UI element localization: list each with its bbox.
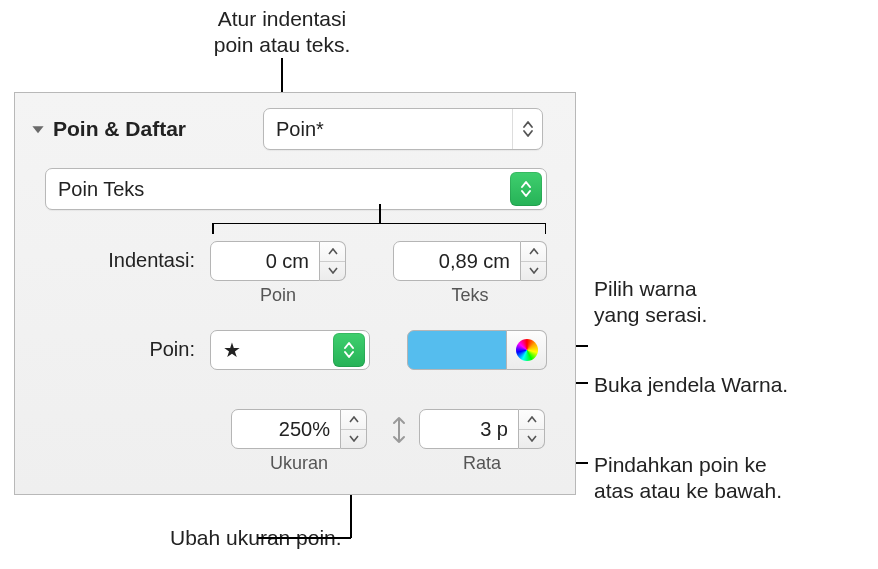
callout-color-window: Buka jendela Warna. [594,372,788,398]
stepper-up-icon[interactable] [320,242,345,262]
bullet-indent-stepper[interactable]: 0 cm [210,241,346,281]
callout-color-line2: yang serasi. [594,302,707,328]
section-title: Poin & Daftar [53,117,186,141]
stepper-up-icon[interactable] [519,410,544,430]
bullets-lists-panel: Poin & Daftar Poin* Poin Teks Indentasi:… [14,92,576,495]
stepper-up-icon[interactable] [341,410,366,430]
list-style-value: Poin* [264,118,512,141]
color-wheel-icon [516,339,538,361]
callout-indent-line1: Atur indentasi [172,6,392,32]
callout-indent-line2: poin atau teks. [172,32,392,58]
indent-bracket [212,223,546,239]
text-indent-sublabel: Teks [393,285,547,306]
stepper-buttons[interactable] [521,241,547,281]
bullet-type-value: Poin Teks [46,178,510,201]
callout-move: Pindahkan poin ke atas atau ke bawah. [594,452,782,505]
bullet-color-swatch[interactable] [407,330,507,370]
bullet-character-popup[interactable]: ★ [210,330,370,370]
align-field[interactable]: 3 p [419,409,519,449]
stepper-buttons[interactable] [341,409,367,449]
vertical-align-icon [385,411,413,449]
size-sublabel: Ukuran [231,453,367,474]
bullet-character-value: ★ [211,338,333,362]
bullet-type-popup[interactable]: Poin Teks [45,168,547,210]
leader-line [258,537,351,539]
callout-indent: Atur indentasi poin atau teks. [172,6,392,59]
list-style-popup[interactable]: Poin* [263,108,543,150]
disclosure-triangle-icon[interactable] [31,122,45,136]
section-header[interactable]: Poin & Daftar [31,117,186,141]
text-indent-stepper[interactable]: 0,89 cm [393,241,547,281]
popup-button-icon [510,172,542,206]
callout-move-line1: Pindahkan poin ke [594,452,782,478]
size-stepper[interactable]: 250% [231,409,367,449]
stepper-up-icon[interactable] [521,242,546,262]
stepper-down-icon[interactable] [519,430,544,449]
stepper-down-icon[interactable] [320,262,345,281]
bullet-label: Poin: [115,338,195,361]
align-stepper[interactable]: 3 p [419,409,545,449]
stepper-down-icon[interactable] [521,262,546,281]
bullet-indent-field[interactable]: 0 cm [210,241,320,281]
callout-color: Pilih warna yang serasi. [594,276,707,329]
stepper-buttons[interactable] [519,409,545,449]
align-sublabel: Rata [419,453,545,474]
size-field[interactable]: 250% [231,409,341,449]
bullet-indent-sublabel: Poin [210,285,346,306]
updown-arrows-icon [512,109,542,149]
popup-button-icon [333,333,365,367]
callout-color-line1: Pilih warna [594,276,707,302]
color-picker-button[interactable] [507,330,547,370]
indent-label: Indentasi: [75,249,195,272]
callout-move-line2: atas atau ke bawah. [594,478,782,504]
text-indent-field[interactable]: 0,89 cm [393,241,521,281]
stepper-buttons[interactable] [320,241,346,281]
stepper-down-icon[interactable] [341,430,366,449]
